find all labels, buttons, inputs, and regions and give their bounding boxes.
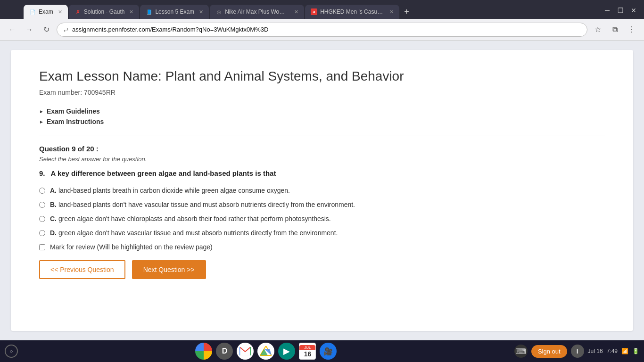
taskbar-d-icon[interactable]: D (216, 343, 233, 360)
tab-nike-close[interactable]: ✕ (294, 9, 298, 15)
tab-hhgked-title: HHGKED Men 's Casual Trac (320, 8, 385, 15)
question-body: A key difference between green algae and… (50, 169, 276, 177)
question-instruction: Select the best answer for the question. (39, 156, 605, 163)
main-content: Exam Lesson Name: Plant and Animal Syste… (0, 41, 644, 340)
restore-button[interactable]: ❐ (614, 5, 627, 16)
tab-lesson5-close[interactable]: ✕ (199, 9, 203, 15)
tab-hhgked[interactable]: a HHGKED Men 's Casual Trac ✕ (305, 5, 399, 19)
section-divider (39, 135, 605, 135)
taskbar-meet-icon[interactable]: ▶ (278, 343, 295, 360)
radio-option-c[interactable] (39, 216, 45, 222)
window-controls: ─ ❐ ✕ (601, 5, 644, 19)
answer-option-d: D. green algae don't have vascular tissu… (39, 229, 605, 237)
answer-text-b: land-based plants don't have vascular ti… (58, 201, 355, 208)
answer-option-b: B. land-based plants don't have vascular… (39, 201, 605, 208)
back-button[interactable]: ← (6, 23, 19, 36)
tab-solution-title: Solution - Gauth (84, 8, 125, 15)
tab-nike-icon: ◎ (215, 8, 222, 15)
answer-option-c: C. green algae don't have chloroplasts a… (39, 215, 605, 222)
tab-bar: 📄 Exam ✕ ✗ Solution - Gauth ✕ 📘 Lesson 5… (0, 0, 644, 19)
new-tab-button[interactable]: + (400, 5, 413, 19)
question-text: 9. A key difference between green algae … (39, 169, 605, 177)
exam-guidelines-label: Exam Guidelines (47, 107, 100, 115)
url-security-icon: ⇄ (64, 26, 68, 33)
taskbar-keyboard-icon[interactable]: ⌨ (514, 345, 528, 358)
taskbar-meet2-icon[interactable]: 🎥 (320, 343, 337, 360)
answer-label-c[interactable]: C. green algae don't have chloroplasts a… (50, 215, 331, 222)
menu-button[interactable]: ⋮ (625, 23, 638, 36)
taskbar-gmail-icon[interactable] (237, 343, 254, 360)
url-bar[interactable]: ⇄ assignments.pennfoster.com/Exams/Rando… (57, 23, 587, 37)
taskbar-drive-icon[interactable] (257, 343, 274, 360)
taskbar-calendar-icon[interactable]: JUL 16 (299, 343, 316, 360)
answer-label-a[interactable]: A. land-based plants breath in carbon di… (50, 187, 290, 194)
tab-hhgked-close[interactable]: ✕ (389, 9, 394, 15)
tab-solution[interactable]: ✗ Solution - Gauth ✕ (69, 5, 140, 19)
taskbar-left: ○ (5, 345, 18, 358)
bookmark-button[interactable]: ☆ (591, 23, 604, 36)
exam-guidelines-toggle[interactable]: ► Exam Guidelines (39, 107, 605, 115)
next-question-button[interactable]: Next Question >> (132, 260, 206, 279)
url-text: assignments.pennfoster.com/Exams/Random?… (72, 26, 580, 33)
guidelines-arrow-icon: ► (39, 109, 44, 114)
extensions-button[interactable]: ⧉ (608, 23, 621, 36)
radio-option-a[interactable] (39, 188, 45, 194)
tab-nike[interactable]: ◎ Nike Air Max Plus Women's S ✕ (210, 5, 304, 19)
tab-exam-title: Exam (39, 8, 53, 15)
taskbar-time: 7:49 (607, 348, 618, 354)
tab-solution-close[interactable]: ✕ (129, 9, 133, 15)
mark-review-section: Mark for review (Will be highlighted on … (39, 243, 605, 251)
reload-button[interactable]: ↻ (40, 23, 53, 36)
tab-lesson5-icon: 📘 (146, 8, 152, 15)
navigation-buttons: << Previous Question Next Question >> (39, 260, 605, 279)
tab-hhgked-icon: a (311, 8, 317, 15)
taskbar-center: D ▶ JUL 16 🎥 (21, 343, 512, 360)
forward-button[interactable]: → (23, 23, 36, 36)
close-button[interactable]: ✕ (627, 5, 640, 16)
answer-text-a: land-based plants breath in carbon dioxi… (58, 187, 290, 194)
exam-instructions-toggle[interactable]: ► Exam Instructions (39, 118, 605, 125)
answer-label-d[interactable]: D. green algae don't have vascular tissu… (50, 229, 338, 237)
tab-lesson5-title: Lesson 5 Exam (155, 8, 194, 15)
sign-out-button[interactable]: Sign out (531, 345, 567, 358)
mark-review-label[interactable]: Mark for review (Will be highlighted on … (50, 243, 213, 251)
answer-label-b[interactable]: B. land-based plants don't have vascular… (50, 201, 355, 208)
taskbar: ○ D ▶ JUL 16 🎥 ⌨ Sign out i Jul 16 7:49 … (0, 340, 644, 362)
answer-option-a: A. land-based plants breath in carbon di… (39, 187, 605, 194)
tab-solution-icon: ✗ (74, 8, 81, 15)
taskbar-chrome-icon[interactable] (195, 343, 212, 360)
taskbar-search-button[interactable]: ○ (5, 345, 18, 358)
taskbar-date: Jul 16 (588, 348, 603, 354)
exam-number: Exam number: 700945RR (39, 89, 605, 96)
taskbar-user-icon[interactable]: i (571, 345, 584, 358)
answer-text-d: green algae don't have vascular tissue a… (58, 229, 338, 237)
exam-card: Exam Lesson Name: Plant and Animal Syste… (11, 50, 633, 331)
radio-option-d[interactable] (39, 230, 45, 236)
address-bar: ← → ↻ ⇄ assignments.pennfoster.com/Exams… (0, 19, 644, 41)
exam-instructions-label: Exam Instructions (47, 118, 104, 125)
browser-chrome: 📄 Exam ✕ ✗ Solution - Gauth ✕ 📘 Lesson 5… (0, 0, 644, 41)
radio-option-b[interactable] (39, 202, 45, 208)
answer-text-c: green algae don't have chloroplasts and … (58, 215, 331, 222)
tab-exam-close[interactable]: ✕ (58, 9, 62, 15)
question-header: Question 9 of 20 : (39, 145, 605, 153)
tab-exam[interactable]: 📄 Exam ✕ (24, 5, 68, 19)
tab-lesson5[interactable]: 📘 Lesson 5 Exam ✕ (140, 5, 209, 19)
minimize-button[interactable]: ─ (601, 5, 614, 16)
taskbar-battery-icon: 🔋 (632, 348, 639, 354)
exam-title: Exam Lesson Name: Plant and Animal Syste… (39, 69, 605, 84)
taskbar-wifi-icon: 📶 (621, 348, 628, 354)
instructions-arrow-icon: ► (39, 119, 44, 124)
mark-review-checkbox[interactable] (39, 244, 45, 250)
taskbar-right: ⌨ Sign out i Jul 16 7:49 📶 🔋 (514, 345, 639, 358)
prev-question-button[interactable]: << Previous Question (39, 260, 125, 279)
question-number: 9. (39, 169, 45, 177)
tab-nike-title: Nike Air Max Plus Women's S (225, 8, 289, 15)
tab-exam-icon: 📄 (29, 8, 36, 15)
